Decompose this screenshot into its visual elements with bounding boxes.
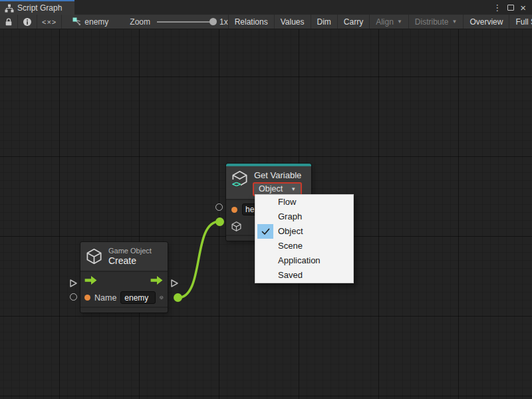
lock-button[interactable] (0, 15, 18, 29)
flow-input-port[interactable] (69, 279, 78, 288)
chevron-down-icon: ▼ (397, 19, 402, 25)
flow-out-arrow-icon[interactable] (150, 275, 164, 285)
values-button[interactable]: Values (274, 15, 311, 29)
lock-icon (5, 17, 13, 27)
align-button[interactable]: Align▼ (369, 15, 408, 29)
cube-icon (85, 247, 103, 265)
maximize-icon[interactable] (507, 5, 514, 11)
menu-item-object[interactable]: Object (255, 224, 353, 239)
dim-button[interactable]: Dim (311, 15, 337, 29)
gameobject-input-port-connected[interactable] (215, 217, 224, 226)
flow-output-port[interactable] (170, 279, 179, 288)
overview-button[interactable]: Overview (463, 15, 509, 29)
scope-value: Object (259, 184, 283, 194)
string-port-icon[interactable] (231, 207, 237, 213)
fullscreen-button[interactable]: Full Screen (509, 15, 532, 29)
scope-dropdown-menu: Flow Graph Object Scene Application Save… (255, 194, 354, 283)
info-icon (23, 17, 32, 27)
tab-bar: Script Graph ⋮ × (0, 0, 532, 15)
carry-button[interactable]: Carry (337, 15, 369, 29)
menu-item-application[interactable]: Application (255, 253, 353, 268)
checkmark-icon (257, 224, 273, 239)
graph-name: enemy (84, 17, 108, 27)
zoom-value: 1x (219, 17, 228, 27)
zoom-label: Zoom (130, 17, 150, 27)
name-port-row: Name (80, 289, 168, 307)
menu-item-scene[interactable]: Scene (255, 239, 353, 253)
menu-item-graph[interactable]: Graph (255, 209, 353, 224)
node-category: Game Object (108, 247, 152, 255)
name-value-input[interactable] (120, 291, 156, 304)
chevron-down-icon: ▼ (452, 19, 458, 25)
chevron-down-icon: ▼ (291, 186, 296, 192)
string-port-icon[interactable] (84, 295, 90, 301)
create-node[interactable]: Game Object Create Name (80, 242, 168, 313)
graph-canvas[interactable]: Game Object Create Name (0, 29, 532, 399)
gameobject-output-port-connected[interactable] (174, 293, 182, 302)
create-node-titles: Game Object Create (108, 247, 152, 266)
more-menu-icon[interactable]: ⋮ (493, 3, 501, 12)
get-variable-title: Get Variable (254, 170, 307, 180)
relations-button[interactable]: Relations (228, 15, 274, 29)
variable-code-icon: <> (231, 180, 241, 189)
window-controls: ⋮ × (493, 0, 532, 15)
graph-asset-icon (72, 17, 81, 26)
close-icon[interactable]: × (520, 3, 526, 13)
code-view-button[interactable]: <×> (37, 15, 62, 29)
node-footer (80, 307, 168, 313)
tab-label: Script Graph (17, 3, 62, 13)
flow-port-row (80, 272, 168, 289)
zoom-slider-knob[interactable] (209, 18, 217, 25)
zoom-control: Zoom 1x (130, 15, 227, 29)
name-input-port[interactable] (70, 293, 77, 301)
menu-item-saved[interactable]: Saved (255, 268, 353, 283)
distribute-button[interactable]: Distribute▼ (408, 15, 464, 29)
info-button[interactable] (18, 15, 37, 29)
flow-in-arrow-icon[interactable] (84, 275, 98, 285)
variable-scope-dropdown[interactable]: Object ▼ (254, 184, 301, 195)
name-input-port[interactable] (215, 203, 223, 211)
script-graph-window: Script Graph ⋮ × <×> (0, 0, 532, 399)
graph-toolbar: <×> enemy Zoom 1x Relations Values Dim C… (0, 15, 532, 29)
menu-item-flow[interactable]: Flow (255, 195, 353, 209)
create-node-header[interactable]: Game Object Create (80, 242, 168, 272)
zoom-slider[interactable] (157, 21, 214, 23)
gameobject-port-icon[interactable] (160, 292, 164, 303)
node-title: Create (108, 255, 152, 266)
graph-breadcrumb[interactable]: enemy (72, 15, 108, 29)
graph-hierarchy-icon (5, 4, 14, 13)
toolbar-buttons: Relations Values Dim Carry Align▼ Distri… (228, 15, 532, 29)
tab-script-graph[interactable]: Script Graph (0, 0, 74, 15)
gameobject-port-icon[interactable] (231, 221, 242, 232)
name-port-label: Name (94, 293, 116, 303)
